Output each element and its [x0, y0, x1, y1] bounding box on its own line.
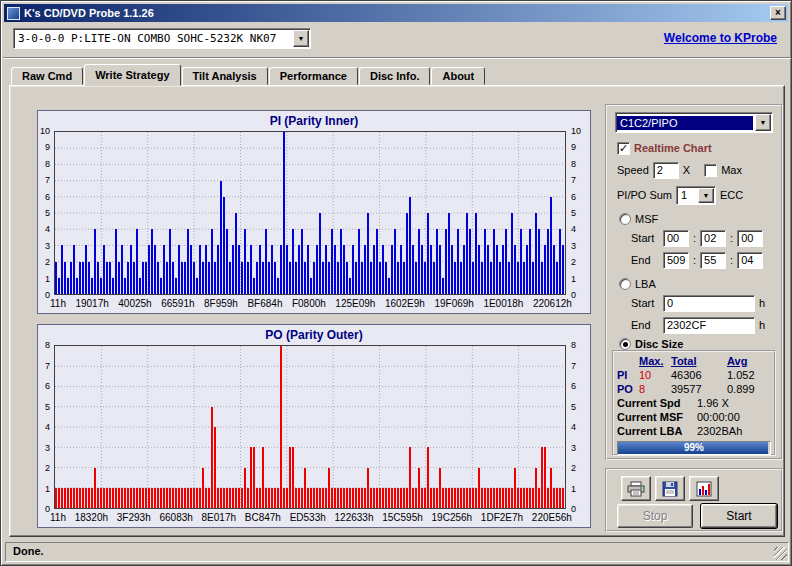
msf-start-min[interactable] [663, 230, 689, 247]
mode-selected-value: C1C2/PIPO [617, 116, 753, 130]
titlebar: K's CD/DVD Probe 1.1.26 × [4, 4, 788, 22]
tab-write-strategy[interactable]: Write Strategy [84, 64, 180, 86]
y-axis-label: 1 [571, 274, 576, 283]
save-button[interactable] [655, 476, 685, 501]
pipo-sum-label: PI/PO Sum [617, 189, 672, 201]
msf-start-row: Start : : [631, 229, 763, 247]
close-button[interactable]: × [770, 6, 786, 20]
x-axis-label: 66083h [159, 512, 192, 525]
tab-about[interactable]: About [431, 67, 485, 85]
lba-end-input[interactable] [663, 317, 755, 334]
current-lba-value: 2302BAh [697, 424, 742, 438]
current-speed-row: Current Spd 1.96 X [617, 396, 771, 410]
print-button[interactable] [621, 476, 651, 501]
tab-performance[interactable]: Performance [269, 67, 358, 85]
toolbar-separator [3, 57, 791, 59]
controls-panel: C1C2/PIPO ▼ ✓ Realtime Chart Speed X Max… [605, 104, 783, 460]
welcome-link[interactable]: Welcome to KProbe [664, 31, 777, 45]
lba-radio[interactable] [619, 278, 631, 290]
x-axis-label: BF684h [247, 298, 282, 311]
lba-end-label: End [631, 319, 659, 331]
msf-start-sec[interactable] [700, 230, 726, 247]
msf-end-min[interactable] [663, 252, 689, 269]
current-msf-row: Current MSF 00:00:00 [617, 410, 771, 424]
y-axis-label: 3 [45, 443, 50, 452]
x-axis-label: 220E56h [532, 512, 572, 525]
start-button[interactable]: Start [701, 504, 777, 528]
current-lba-label: Current LBA [617, 424, 697, 438]
po-plot-area [54, 345, 566, 509]
y-axis-label: 1 [45, 484, 50, 493]
tab-raw-cmd[interactable]: Raw Cmd [11, 67, 83, 85]
msf-end-sec[interactable] [700, 252, 726, 269]
y-axis-label: 2 [571, 258, 576, 267]
drive-selector[interactable]: 3-0-0-0 P:LITE-ON COMBO SOHC-5232K NK07 … [13, 28, 311, 49]
tab-disc-info[interactable]: Disc Info. [359, 67, 431, 85]
y-axis-label: 7 [571, 361, 576, 370]
y-axis-label: 2 [45, 464, 50, 473]
save-image-button[interactable] [689, 476, 719, 501]
chevron-down-icon[interactable]: ▼ [755, 114, 771, 131]
y-axis-label: 10 [40, 127, 50, 136]
x-axis-label: 19C256h [432, 512, 473, 525]
actions-panel: Stop Start [605, 468, 783, 532]
stop-button[interactable]: Stop [617, 504, 693, 528]
po-y-axis-right: 012345678 [568, 345, 590, 509]
y-axis-label: 5 [45, 402, 50, 411]
y-axis-label: 4 [45, 423, 50, 432]
stats-pi-avg: 1.052 [727, 368, 773, 382]
lba-end-row: End h [631, 316, 765, 334]
x-axis-label: 122633h [335, 512, 374, 525]
realtime-chart-checkbox[interactable]: ✓ [617, 142, 630, 155]
speed-input[interactable] [653, 162, 679, 179]
printer-icon [627, 481, 645, 497]
pipo-sum-row: PI/PO Sum 1 ▼ ECC [617, 186, 743, 204]
y-axis-label: 1 [45, 274, 50, 283]
lba-start-input[interactable] [663, 295, 755, 312]
x-axis-label: 8E017h [202, 512, 236, 525]
x-axis-label: 1E0018h [483, 298, 523, 311]
floppy-disk-icon [662, 481, 678, 497]
y-axis-label: 4 [571, 423, 576, 432]
msf-end-frame[interactable] [737, 252, 763, 269]
max-label: Max [721, 164, 742, 176]
app-icon [7, 7, 20, 20]
msf-end-row: End : : [631, 251, 763, 269]
stats-pi-total: 46306 [671, 368, 727, 382]
disc-size-radio[interactable] [619, 338, 631, 350]
msf-radio[interactable] [619, 213, 631, 225]
app-window: K's CD/DVD Probe 1.1.26 × 3-0-0-0 P:LITE… [0, 0, 792, 566]
current-msf-value: 00:00:00 [697, 410, 740, 424]
po-chart: PO (Parity Outer) 012345678 012345678 11… [37, 324, 591, 528]
msf-separator: : [730, 232, 733, 244]
y-axis-label: 7 [571, 176, 576, 185]
mode-selector[interactable]: C1C2/PIPO ▼ [615, 112, 773, 133]
y-axis-label: 8 [45, 159, 50, 168]
po-y-axis-left: 012345678 [38, 345, 53, 509]
stats-po-total: 39577 [671, 382, 727, 396]
max-speed-checkbox[interactable] [704, 164, 717, 177]
pi-plot-area [54, 131, 566, 295]
current-lba-row: Current LBA 2302BAh [617, 424, 771, 438]
y-axis-label: 2 [571, 464, 576, 473]
x-axis-label: 220612h [533, 298, 572, 311]
msf-separator: : [730, 254, 733, 266]
tab-tilt-analysis[interactable]: Tilt Analysis [182, 67, 268, 85]
x-axis-label: 15C595h [382, 512, 423, 525]
write-strategy-page: PI (Parity Inner) 012345678910 012345678… [9, 85, 785, 537]
pipo-sum-value: 1 [677, 187, 697, 203]
y-axis-label: 4 [571, 225, 576, 234]
y-axis-label: 3 [571, 443, 576, 452]
msf-start-frame[interactable] [737, 230, 763, 247]
resize-grip[interactable] [774, 547, 787, 560]
lba-start-label: Start [631, 297, 659, 309]
chevron-down-icon[interactable]: ▼ [293, 30, 309, 47]
stats-header-total: Total [671, 354, 727, 368]
pipo-sum-selector[interactable]: 1 ▼ [676, 186, 716, 205]
x-axis-label: 66591h [161, 298, 194, 311]
chevron-down-icon[interactable]: ▼ [698, 188, 714, 203]
lba-start-unit: h [759, 297, 765, 309]
chart-image-icon [696, 481, 712, 497]
y-axis-label: 8 [571, 159, 576, 168]
stats-header-max: Max. [639, 354, 671, 368]
